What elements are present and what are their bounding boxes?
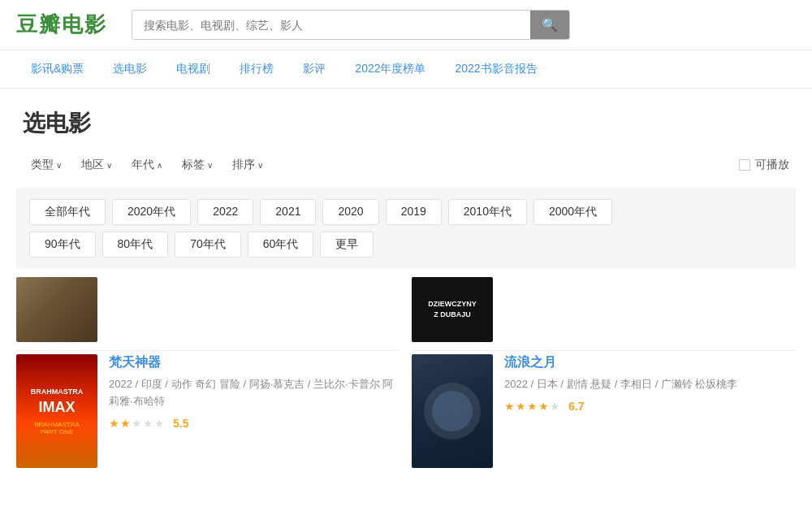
- star-1-4: ★: [143, 417, 153, 430]
- tag-70s[interactable]: 70年代: [175, 232, 241, 258]
- star-2-2: ★: [516, 400, 526, 413]
- filter-tag-label: 标签: [182, 158, 205, 172]
- filter-tag[interactable]: 标签 ∨: [174, 154, 221, 176]
- filter-type-label: 类型: [31, 158, 54, 172]
- movie-rating-num-1: 5.5: [173, 417, 188, 430]
- tag-80s[interactable]: 80年代: [102, 232, 169, 258]
- filter-bar: 类型 ∨ 地区 ∨ 年代 ∧ 标签 ∨ 排序 ∨ 可播放: [0, 154, 812, 188]
- cover-art-left: [16, 277, 97, 342]
- movie-info-2: 流浪之月 2022 / 日本 / 剧情 悬疑 / 李相日 / 广濑铃 松坂桃李 …: [504, 354, 796, 413]
- year-tags-row2: 90年代 80年代 70年代 60年代 更早: [29, 232, 783, 258]
- playable-filter[interactable]: 可播放: [739, 158, 789, 172]
- search-bar: 🔍: [132, 10, 570, 40]
- star-1-2: ★: [120, 417, 131, 430]
- page-title: 选电影: [0, 89, 812, 154]
- filter-sort[interactable]: 排序 ∨: [224, 154, 271, 176]
- tag-all-years[interactable]: 全部年代: [29, 199, 106, 225]
- filter-year[interactable]: 年代 ∧: [123, 154, 171, 176]
- logo[interactable]: 豆瓣电影: [16, 11, 107, 39]
- filter-tag-arrow: ∨: [207, 161, 213, 170]
- main-nav: 影讯&购票 选电影 电视剧 排行榜 影评 2022年度榜单 2022书影音报告: [0, 50, 812, 89]
- cover-art-right: DZIEWCZYNYZ DUBAJU: [412, 277, 493, 342]
- tag-2021[interactable]: 2021: [260, 199, 316, 225]
- star-2-3: ★: [527, 400, 538, 413]
- tag-2000s[interactable]: 2000年代: [533, 199, 612, 225]
- tag-2010s[interactable]: 2010年代: [448, 199, 527, 225]
- tag-2020[interactable]: 2020: [322, 199, 378, 225]
- tag-2020s[interactable]: 2020年代: [112, 199, 191, 225]
- nav-item-reviews[interactable]: 影评: [288, 50, 340, 88]
- year-tags-panel: 全部年代 2020年代 2022 2021 2020 2019 2010年代 2…: [16, 188, 796, 269]
- movie-rating-1: ★ ★ ★ ★ ★ 5.5: [109, 417, 400, 430]
- movie-stars-1: ★ ★ ★ ★ ★: [109, 417, 165, 430]
- cover-movie2-art: [412, 354, 493, 468]
- tag-2019[interactable]: 2019: [386, 199, 442, 225]
- nav-item-tickets[interactable]: 影讯&购票: [16, 50, 98, 88]
- cover-right-text: DZIEWCZYNYZ DUBAJU: [428, 299, 477, 319]
- filter-region-arrow: ∨: [106, 161, 112, 170]
- star-2-5: ★: [550, 400, 560, 413]
- header: 豆瓣电影 🔍: [0, 0, 812, 50]
- star-1-5: ★: [154, 417, 165, 430]
- movie-row: BRAHMASTRA IMAX BRAHMASTRAPART ONE 梵天神器 …: [0, 354, 812, 481]
- movie-meta-1: 2022 / 印度 / 动作 奇幻 冒险 / 阿扬·慕克吉 / 兰比尔·卡普尔 …: [109, 376, 400, 410]
- partial-cover-left: [16, 277, 97, 342]
- movie-stars-2: ★ ★ ★ ★ ★: [504, 400, 560, 413]
- filter-type-arrow: ∨: [56, 161, 62, 170]
- partial-movie-row: DZIEWCZYNYZ DUBAJU: [0, 277, 812, 351]
- star-2-1: ★: [504, 400, 515, 413]
- year-tags-row1: 全部年代 2020年代 2022 2021 2020 2019 2010年代 2…: [29, 199, 783, 225]
- movie-rating-num-2: 6.7: [568, 400, 584, 413]
- movie-title-2[interactable]: 流浪之月: [504, 354, 796, 371]
- filter-sort-arrow: ∨: [257, 161, 263, 170]
- search-button[interactable]: 🔍: [530, 11, 569, 39]
- nav-item-2022report[interactable]: 2022书影音报告: [441, 50, 552, 88]
- cover-imax-label: BRAHMASTRA: [31, 388, 84, 396]
- tag-90s[interactable]: 90年代: [29, 232, 96, 258]
- movie-cover-1: BRAHMASTRA IMAX BRAHMASTRAPART ONE: [16, 354, 97, 468]
- movie-rating-2: ★ ★ ★ ★ ★ 6.7: [504, 400, 796, 413]
- filter-region[interactable]: 地区 ∨: [73, 154, 120, 176]
- star-1-3: ★: [132, 417, 142, 430]
- filter-year-arrow: ∧: [157, 161, 162, 170]
- star-1-1: ★: [109, 417, 119, 430]
- cover-imax-big-label: IMAX: [39, 399, 76, 416]
- movie-item-1: BRAHMASTRA IMAX BRAHMASTRAPART ONE 梵天神器 …: [16, 354, 400, 481]
- partial-cover-right: DZIEWCZYNYZ DUBAJU: [412, 277, 493, 342]
- cover-movie2-inner: [432, 391, 473, 431]
- movie-title-1[interactable]: 梵天神器: [109, 354, 400, 371]
- nav-item-rankings[interactable]: 排行榜: [225, 50, 288, 88]
- movie-cover-2: [412, 354, 493, 468]
- cover-imax-sub: BRAHMASTRAPART ONE: [34, 421, 80, 436]
- search-icon: 🔍: [542, 17, 558, 32]
- filter-year-label: 年代: [132, 158, 154, 172]
- movie-item-2: 流浪之月 2022 / 日本 / 剧情 悬疑 / 李相日 / 广濑铃 松坂桃李 …: [412, 354, 796, 481]
- star-2-4: ★: [538, 400, 549, 413]
- movie-meta-2: 2022 / 日本 / 剧情 悬疑 / 李相日 / 广濑铃 松坂桃李: [504, 376, 796, 393]
- tag-60s[interactable]: 60年代: [248, 232, 314, 258]
- filter-region-label: 地区: [81, 158, 104, 172]
- search-input[interactable]: [132, 12, 530, 38]
- nav-item-movies[interactable]: 选电影: [98, 50, 162, 88]
- cover-imax-art: BRAHMASTRA IMAX BRAHMASTRAPART ONE: [16, 354, 97, 468]
- playable-label: 可播放: [755, 158, 789, 172]
- nav-item-tv[interactable]: 电视剧: [162, 50, 225, 88]
- filter-sort-label: 排序: [232, 158, 255, 172]
- movie-info-1: 梵天神器 2022 / 印度 / 动作 奇幻 冒险 / 阿扬·慕克吉 / 兰比尔…: [109, 354, 400, 430]
- cover-movie2-circle: [424, 383, 481, 440]
- nav-item-2022list[interactable]: 2022年度榜单: [340, 50, 440, 88]
- tag-earlier[interactable]: 更早: [320, 232, 374, 258]
- tag-2022[interactable]: 2022: [197, 199, 253, 225]
- playable-checkbox[interactable]: [739, 159, 750, 171]
- filter-type[interactable]: 类型 ∨: [23, 154, 70, 176]
